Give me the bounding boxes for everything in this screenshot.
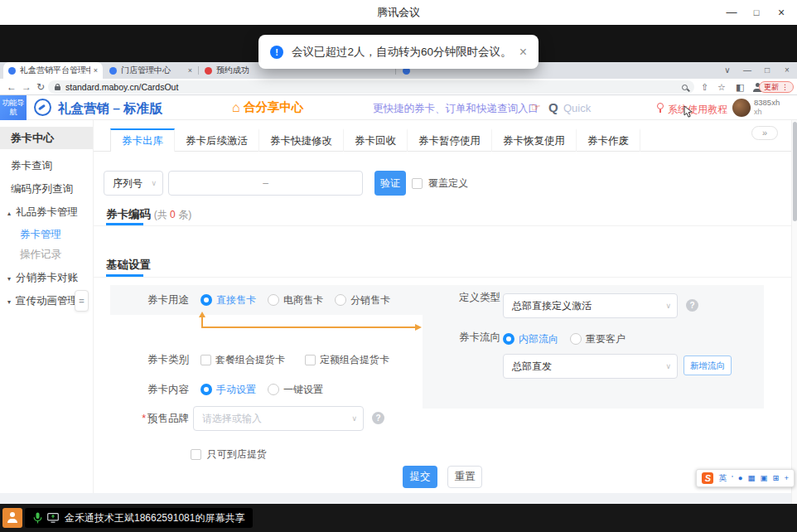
close-icon[interactable]: ×	[777, 62, 797, 79]
search-label[interactable]: Quick	[563, 102, 591, 114]
usage-option-direct[interactable]: 直接售卡	[200, 293, 256, 307]
ime-punctuation-icon[interactable]: '	[732, 470, 733, 486]
add-flow-button[interactable]: 新增流向	[683, 355, 732, 375]
radio-icon[interactable]	[268, 294, 279, 306]
submit-button[interactable]: 提交	[403, 466, 437, 488]
category-option-combo[interactable]: 套餐组合提货卡	[200, 353, 285, 367]
browser-tab-store-admin[interactable]: 门店管理中心 ×	[104, 62, 197, 79]
tab-group-icon[interactable]: ◧	[736, 79, 744, 95]
sidebar-item-operation-log[interactable]: 操作记录	[0, 246, 93, 263]
minimize-icon[interactable]: —	[721, 0, 742, 25]
tutorial-pin-icon	[657, 103, 664, 109]
brand-select[interactable]: 请选择或输入 ∨	[193, 406, 364, 431]
store-pickup-row[interactable]: 只可到店提货	[191, 444, 267, 464]
content-label: 券卡内容	[110, 383, 189, 397]
browser-tab-booking[interactable]: 预约成功	[200, 62, 259, 79]
verify-button[interactable]: 验证	[374, 171, 406, 196]
minimize-icon[interactable]: —	[737, 62, 757, 79]
flow-option-vip[interactable]: 重要客户	[570, 332, 626, 346]
serial-range-input[interactable]: –	[168, 171, 363, 196]
brand-label: 预售品牌	[147, 413, 189, 424]
forward-icon[interactable]: →	[22, 79, 31, 95]
toolbox-icon[interactable]: +	[784, 470, 789, 486]
def-type-select[interactable]: 总部直接定义激活 ∨	[503, 293, 678, 318]
browser-tab-gift-admin[interactable]: 礼盒营销平台管理中心 ×	[3, 62, 103, 79]
participant-chip[interactable]	[2, 508, 22, 528]
usage-option-ecommerce[interactable]: 电商售卡	[268, 293, 323, 307]
section-divider	[94, 277, 791, 278]
tab-card-void[interactable]: 券卡作废	[577, 128, 640, 152]
sidebar-item-distribution-reconcile[interactable]: ▾分销券卡对账	[0, 269, 93, 286]
tab-close-icon[interactable]: ×	[94, 66, 98, 75]
flow-select[interactable]: 总部直发 ∨	[503, 354, 678, 379]
radio-icon[interactable]	[570, 333, 582, 345]
radio-selected-icon[interactable]	[200, 294, 212, 306]
tab-card-suspend[interactable]: 券卡暂停使用	[408, 128, 492, 152]
update-label: 更新	[764, 82, 779, 93]
sidebar-item-card-query[interactable]: 券卡查询	[0, 157, 93, 174]
restore-icon[interactable]: □	[757, 62, 777, 79]
serial-field-select[interactable]: 序列号 ∨	[104, 171, 163, 196]
category-option-fixed[interactable]: 定额组合提货卡	[305, 353, 389, 367]
zoom-icon[interactable]	[682, 85, 688, 90]
maximize-icon[interactable]: □	[746, 0, 767, 25]
tab-card-resume[interactable]: 券卡恢复使用	[492, 128, 577, 152]
sogou-logo-icon[interactable]: S	[702, 472, 713, 484]
sidebar-item-gift-card-management[interactable]: ▴礼品券卡管理	[0, 204, 93, 220]
url-field[interactable]: standard.maboy.cn/CardsOut	[48, 80, 694, 94]
radio-selected-icon[interactable]	[200, 384, 212, 395]
grid-icon[interactable]: ⊞	[772, 470, 779, 486]
close-icon[interactable]: ×	[519, 46, 527, 59]
bookmark-star-icon[interactable]: ☆	[717, 79, 726, 95]
keyboard-icon[interactable]: ▦	[748, 470, 756, 486]
user-avatar[interactable]	[732, 99, 751, 117]
screen-share-indicator[interactable]: 金禾通技术王斌18662591081的屏幕共享	[25, 508, 253, 528]
share-icon[interactable]: ⇧	[701, 79, 708, 95]
flow-option-internal[interactable]: 内部流向	[503, 332, 558, 346]
radio-icon[interactable]	[268, 384, 279, 395]
expand-button[interactable]: »	[751, 126, 778, 140]
skin-icon[interactable]: ▣	[760, 470, 767, 486]
share-center-link[interactable]: ⌂ 合分享中心	[232, 99, 303, 115]
quick-entry-link[interactable]: 更快捷的券卡、订单和快递查询入口	[373, 102, 539, 116]
content-option-onekey[interactable]: 一键设置	[268, 383, 323, 397]
tutorial-link[interactable]: 系统使用教程	[668, 103, 727, 117]
scrollbar-thumb[interactable]	[793, 122, 797, 221]
tab-divider	[198, 66, 199, 75]
tab-card-later-activate[interactable]: 券卡后续激活	[175, 128, 259, 152]
close-icon[interactable]: ×	[770, 0, 792, 25]
brand-row: *预售品牌	[110, 409, 189, 428]
mic-icon[interactable]: ●	[738, 470, 743, 486]
tab-card-outbound[interactable]: 券卡出库	[110, 128, 175, 152]
tab-card-quick-edit[interactable]: 券卡快捷修改	[259, 128, 344, 152]
reset-button[interactable]: 重置	[447, 466, 482, 488]
usage-option-distribution[interactable]: 分销售卡	[335, 293, 390, 307]
radio-icon[interactable]	[335, 294, 346, 306]
help-icon[interactable]: ?	[686, 299, 698, 312]
sidebar-collapse-handle[interactable]: =	[75, 290, 89, 312]
content-option-manual[interactable]: 手动设置	[200, 383, 256, 397]
sidebar-item-code-sequence-query[interactable]: 编码序列查询	[0, 181, 93, 197]
count-value: 0	[170, 209, 176, 220]
overwrite-option[interactable]: 覆盖定义	[412, 171, 468, 196]
tab-card-recycle[interactable]: 券卡回收	[344, 128, 408, 152]
page-scrollbar[interactable]	[791, 120, 797, 504]
nav-toggle-button[interactable]: 功能导航	[0, 95, 27, 120]
checkbox-icon[interactable]	[200, 355, 211, 365]
search-icon[interactable]: Q	[548, 100, 558, 114]
main-tab-bar: 券卡出库 券卡后续激活 券卡快捷修改 券卡回收 券卡暂停使用 券卡恢复使用 券卡…	[94, 128, 791, 152]
hand-pointer-icon: ☞	[531, 101, 541, 114]
count-prefix: (共	[154, 209, 170, 220]
checkbox-icon[interactable]	[191, 449, 201, 460]
back-icon[interactable]: ←	[7, 79, 17, 95]
chevron-down-icon[interactable]: ∨	[717, 62, 737, 79]
checkbox-icon[interactable]	[305, 355, 316, 365]
tab-close-icon[interactable]: ×	[188, 66, 192, 75]
help-icon[interactable]: ?	[372, 412, 384, 424]
update-button[interactable]: 更新 ⋮	[759, 81, 794, 93]
sidebar-item-card-management[interactable]: 券卡管理	[0, 226, 93, 243]
reload-icon[interactable]: ↻	[36, 79, 45, 95]
ime-language-mode[interactable]: 英	[718, 470, 727, 486]
overwrite-checkbox[interactable]	[412, 178, 423, 189]
radio-selected-icon[interactable]	[503, 333, 514, 345]
